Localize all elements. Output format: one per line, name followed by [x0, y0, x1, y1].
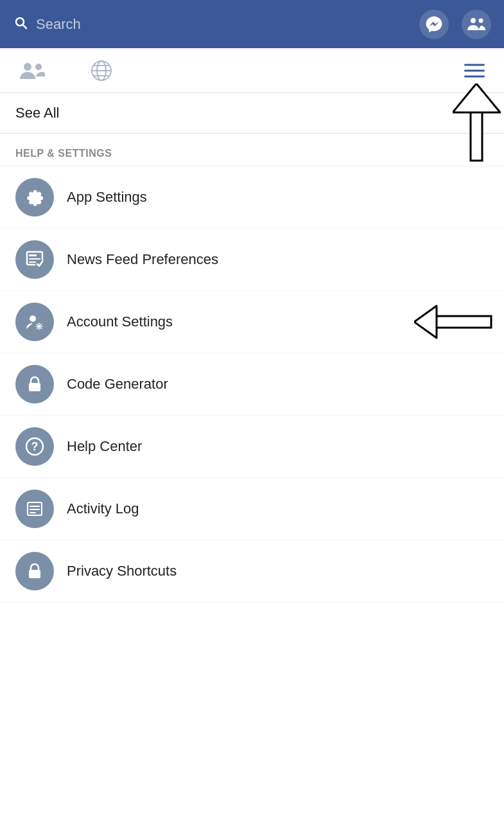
- code-generator-icon-circle: [15, 365, 54, 403]
- friends-tab[interactable]: [13, 53, 51, 88]
- help-center-icon-circle: ?: [15, 427, 54, 466]
- section-header-help-settings: HELP & SETTINGS: [0, 134, 504, 166]
- tab-bar-left: [13, 53, 491, 89]
- account-settings-icon-circle: [15, 303, 54, 341]
- svg-point-30: [33, 573, 37, 576]
- activity-log-label: Activity Log: [67, 500, 139, 517]
- svg-point-3: [35, 64, 42, 70]
- question-icon: ?: [25, 437, 44, 456]
- menu-item-code-generator[interactable]: Code Generator: [0, 353, 504, 416]
- menu-item-activity-log[interactable]: Activity Log: [0, 478, 504, 540]
- app-header: Search: [0, 0, 504, 48]
- svg-rect-10: [471, 109, 482, 161]
- privacy-shortcuts-icon-circle: [15, 552, 54, 590]
- svg-rect-19: [433, 316, 491, 328]
- svg-point-18: [38, 325, 40, 328]
- gear-icon: [25, 188, 44, 207]
- svg-rect-13: [29, 254, 37, 256]
- activity-log-icon-circle: [15, 490, 54, 528]
- hamburger-menu-button[interactable]: [458, 57, 491, 84]
- globe-tab[interactable]: [83, 53, 119, 89]
- messenger-icon: [425, 15, 443, 33]
- svg-point-22: [33, 386, 37, 389]
- account-settings-icon: [25, 312, 44, 332]
- arrow-up-annotation: [453, 84, 501, 173]
- app-settings-icon-circle: [15, 178, 54, 217]
- menu-item-news-feed-preferences[interactable]: News Feed Preferences: [0, 229, 504, 291]
- lock-icon: [25, 375, 44, 394]
- svg-marker-20: [414, 306, 437, 338]
- menu-content: See All HELP & SETTINGS App Settings: [0, 93, 504, 603]
- code-generator-label: Code Generator: [67, 376, 168, 393]
- header-icons: [419, 10, 491, 39]
- svg-point-2: [24, 63, 31, 71]
- svg-text:?: ?: [31, 440, 39, 453]
- news-feed-icon: [25, 250, 44, 269]
- globe-tab-icon: [90, 59, 113, 82]
- svg-point-0: [471, 18, 476, 23]
- see-all-label: See All: [15, 105, 60, 121]
- friends-tab-icon: [19, 60, 45, 82]
- hamburger-line-1: [464, 64, 485, 66]
- svg-rect-14: [29, 258, 40, 260]
- people-button[interactable]: [462, 10, 491, 39]
- hamburger-line-2: [464, 69, 485, 71]
- news-feed-icon-circle: [15, 240, 54, 279]
- privacy-icon: [25, 562, 44, 581]
- menu-list: App Settings News Feed Preferences: [0, 166, 504, 603]
- account-settings-label: Account Settings: [67, 314, 173, 330]
- search-bar[interactable]: Search: [13, 15, 413, 34]
- tab-bar: [0, 48, 504, 93]
- menu-item-account-settings[interactable]: Account Settings: [0, 291, 504, 353]
- search-placeholder-text: Search: [36, 16, 81, 33]
- arrow-left-annotation: [414, 296, 504, 348]
- help-center-label: Help Center: [67, 438, 142, 455]
- search-icon: [13, 15, 28, 34]
- menu-item-help-center[interactable]: ? Help Center: [0, 416, 504, 478]
- menu-item-privacy-shortcuts[interactable]: Privacy Shortcuts: [0, 540, 504, 603]
- svg-point-17: [30, 315, 36, 322]
- people-icon: [467, 15, 486, 34]
- menu-item-app-settings[interactable]: App Settings: [0, 166, 504, 229]
- svg-marker-11: [453, 84, 500, 112]
- app-settings-label: App Settings: [67, 189, 147, 206]
- see-all-row[interactable]: See All: [0, 93, 504, 134]
- messenger-button[interactable]: [419, 10, 449, 39]
- news-feed-label: News Feed Preferences: [67, 251, 218, 268]
- privacy-shortcuts-label: Privacy Shortcuts: [67, 563, 177, 580]
- svg-point-1: [479, 18, 483, 22]
- hamburger-line-3: [464, 75, 485, 77]
- list-icon: [25, 499, 44, 518]
